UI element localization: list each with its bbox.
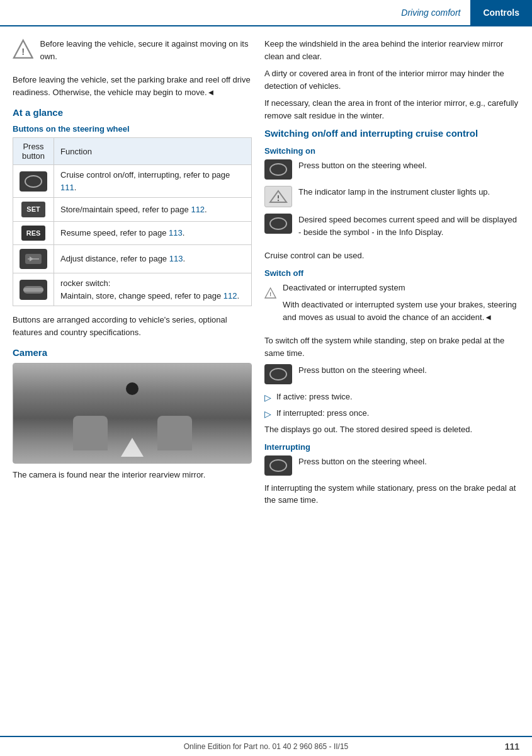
cruise-usable: Cruise control can be used. <box>264 249 519 262</box>
page-link-112a[interactable]: 112 <box>191 205 205 214</box>
switch-off-warning: ! Deactivated or interrupted system With… <box>264 282 519 329</box>
camera-arrow-indicator <box>121 438 144 457</box>
if-active-bullet: ▷ If active: press twice. <box>264 391 519 404</box>
indicator-lamp-icon <box>264 186 292 207</box>
header-controls: Controls <box>470 0 532 25</box>
res-function-cell: Resume speed, refer to page 113. <box>54 221 252 245</box>
table-row: RES Resume speed, refer to page 113. <box>13 221 252 245</box>
buttons-note: Buttons are arranged according to vehicl… <box>13 314 252 338</box>
rocker-button-icon <box>20 280 47 300</box>
table-row: Cruise control on/off, interrupting, ref… <box>13 165 252 198</box>
cruise-button-icon <box>20 171 47 192</box>
switching-on-step1: Press button on the steering wheel. <box>298 159 427 172</box>
camera-headrest-left <box>73 416 108 450</box>
svg-point-9 <box>278 200 279 201</box>
at-a-glance-title: At a glance <box>13 107 252 118</box>
svg-rect-6 <box>23 288 43 292</box>
rocker-function-cell: rocker switch:Maintain, store, change sp… <box>54 273 252 306</box>
table-row: rocker switch:Maintain, store, change sp… <box>13 273 252 306</box>
main-content: ! Before leaving the vehicle, secure it … <box>0 26 532 549</box>
distance-function-cell: Adjust distance, refer to page 113. <box>54 245 252 273</box>
page-header: Driving comfort Controls <box>0 0 532 26</box>
warning-box: ! Before leaving the vehicle, secure it … <box>13 38 252 67</box>
switching-section-title: Switching on/off and interrupting cruise… <box>264 127 519 140</box>
footer-text: Online Edition for Part no. 01 40 2 960 … <box>184 742 349 751</box>
switch-off-step-row: Press button on the steering wheel. <box>264 364 519 384</box>
buttons-table: Press button Function Cruise control on/… <box>13 137 252 306</box>
interrupting-title: Interrupting <box>264 442 519 452</box>
switching-on-step3: Desired speed becomes current speed and … <box>298 214 519 238</box>
header-driving-comfort: Driving comfort <box>391 0 470 25</box>
table-row: SET Store/maintain speed, refer to page … <box>13 198 252 222</box>
camera-headrest-right <box>157 416 192 450</box>
if-active-text: If active: press twice. <box>276 391 353 403</box>
if-interrupted-text: If interrupted: press once. <box>276 407 369 420</box>
svg-text:!: ! <box>21 47 25 57</box>
camera-mirror-button <box>126 382 139 395</box>
btn-res-cell: RES <box>13 221 54 245</box>
bullet-arrow-icon: ▷ <box>264 391 271 404</box>
interrupting-step: Press button on the steering wheel. <box>298 455 427 468</box>
page-number: 111 <box>505 742 519 752</box>
switching-on-step2: The indicator lamp in the instrument clu… <box>298 186 490 198</box>
camera-desc: The camera is found near the interior re… <box>13 469 252 481</box>
parking-text: Before leaving the vehicle, set the park… <box>13 74 252 98</box>
windshield-text: Keep the windshield in the area behind t… <box>264 38 519 62</box>
switching-on-step2-row: The indicator lamp in the instrument clu… <box>264 186 519 207</box>
btn-distance-cell <box>13 245 54 273</box>
cruise-icon-step1 <box>264 159 292 180</box>
displays-go-out: The displays go out. The stored desired … <box>264 423 519 436</box>
clean-text: If necessary, clean the area in front of… <box>264 97 519 122</box>
table-row: Adjust distance, refer to page 113. <box>13 245 252 273</box>
table-header-btn: Press button <box>13 138 54 165</box>
if-interrupted-bullet: ▷ If interrupted: press once. <box>264 407 519 421</box>
switch-off-step: Press button on the steering wheel. <box>298 364 427 377</box>
page-link-112b[interactable]: 112 <box>224 291 237 301</box>
interrupting-desc: If interrupting the system while station… <box>264 482 519 507</box>
distance-button-icon <box>20 249 47 269</box>
page-footer: Online Edition for Part no. 01 40 2 960 … <box>0 736 532 756</box>
right-column: Keep the windshield in the area behind t… <box>264 38 519 512</box>
speed-icon <box>264 214 292 234</box>
dirty-mirror-text: A dirty or covered area in front of the … <box>264 67 519 92</box>
switch-off-title: Switch off <box>264 268 519 278</box>
warning-text: Before leaving the vehicle, secure it ag… <box>40 38 252 62</box>
svg-text:!: ! <box>269 291 271 297</box>
deactivated-header: Deactivated or interrupted system <box>283 282 519 294</box>
cruise-icon-interrupting <box>264 455 292 476</box>
warning-triangle-icon: ! <box>13 38 33 60</box>
deactivated-info: Deactivated or interrupted system With d… <box>283 282 519 329</box>
page-link-111[interactable]: 111 <box>60 183 74 192</box>
switching-on-step3-row: Desired speed becomes current speed and … <box>264 214 519 243</box>
interrupting-step-row: Press button on the steering wheel. <box>264 455 519 476</box>
switching-on-title: Switching on <box>264 146 519 156</box>
page-link-113b[interactable]: 113 <box>169 254 183 263</box>
set-button-icon: SET <box>21 202 45 217</box>
btn-cruise-cell <box>13 165 54 198</box>
camera-title: Camera <box>13 347 252 358</box>
cruise-icon-switch-off <box>264 364 292 384</box>
cruise-function-cell: Cruise control on/off, interrupting, ref… <box>54 165 252 198</box>
page-link-113a[interactable]: 113 <box>169 228 183 238</box>
res-button-icon: RES <box>21 226 46 241</box>
buttons-steering-wheel-title: Buttons on the steering wheel <box>13 124 252 134</box>
btn-rocker-cell <box>13 273 54 306</box>
switch-off-warning-icon: ! <box>264 282 276 304</box>
set-function-cell: Store/maintain speed, refer to page 112. <box>54 198 252 222</box>
camera-image <box>13 363 252 464</box>
bullet-arrow-icon2: ▷ <box>264 408 271 421</box>
deactivated-text: With deactivated or interrupted system u… <box>283 299 519 323</box>
table-header-function: Function <box>54 138 252 165</box>
switch-off-desc: To switch off the system while standing,… <box>264 335 519 359</box>
switching-on-step1-row: Press button on the steering wheel. <box>264 159 519 180</box>
btn-set-cell: SET <box>13 198 54 222</box>
left-column: ! Before leaving the vehicle, secure it … <box>13 38 252 512</box>
camera-interior-view <box>13 364 251 463</box>
